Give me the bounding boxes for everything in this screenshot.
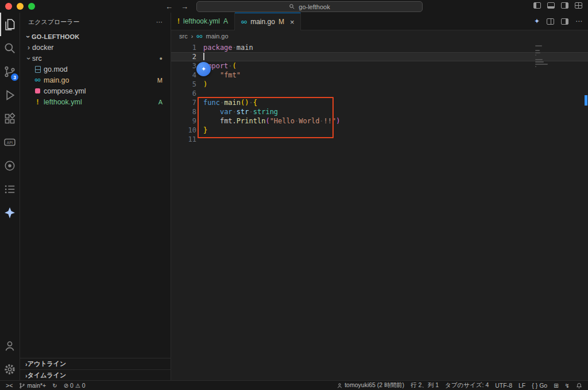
code-line[interactable]: 3import·( [171, 61, 588, 71]
compose-file-icon [34, 88, 41, 93]
tree-item-go-mod[interactable]: go.mod [20, 64, 171, 75]
braces-icon: { } [532, 382, 537, 389]
activity-bar: 3 API [0, 13, 20, 381]
code-text: func·main()·{ [196, 98, 257, 107]
code-token: fmt [220, 117, 233, 125]
code-token: . [233, 117, 237, 125]
tree-item-compose-yml[interactable]: compose.yml [20, 85, 171, 96]
api-client-icon[interactable]: API [0, 130, 20, 154]
code-token: string [253, 108, 278, 116]
close-icon[interactable]: × [290, 18, 295, 26]
layout-controls [533, 2, 582, 9]
back-icon[interactable]: ← [165, 2, 173, 11]
code-line[interactable]: 2 [171, 52, 588, 61]
breadcrumb[interactable]: src › GO main.go [171, 30, 588, 42]
tree-item-src[interactable]: › src ● [20, 53, 171, 64]
code-line[interactable]: 8 var·str·string [171, 107, 588, 116]
more-actions-icon[interactable]: ⋯ [575, 17, 582, 25]
code-token: "Hello [270, 117, 295, 125]
code-line[interactable]: 11 [171, 135, 588, 144]
code-editor[interactable]: 1package·main23import·(4 "fmt"5)67func·m… [171, 42, 588, 381]
timeline-section[interactable]: › タイムライン [20, 369, 171, 381]
explorer-icon[interactable] [0, 13, 20, 36]
code-token: !!" [324, 117, 336, 125]
toggle-secondary-sidebar-icon[interactable] [561, 2, 568, 9]
toggle-editor-layout-icon[interactable] [561, 18, 568, 25]
code-token: · [233, 108, 237, 116]
code-text [196, 135, 203, 144]
go-file-icon: GO [241, 20, 247, 24]
search-icon[interactable] [0, 36, 20, 60]
tab-lefthook-yml[interactable]: ! lefthook.yml A [171, 13, 235, 30]
line-number: 11 [171, 135, 196, 144]
zap-icon[interactable]: ↯ [565, 383, 570, 389]
code-line[interactable]: 4 "fmt" [171, 71, 588, 80]
minimize-window-button[interactable] [17, 3, 24, 10]
account-icon[interactable] [0, 334, 20, 357]
toggle-primary-sidebar-icon[interactable] [533, 2, 541, 9]
lefthook-file-icon: ! [34, 98, 41, 106]
forward-icon[interactable]: → [181, 2, 188, 11]
breadcrumb-file[interactable]: main.go [206, 33, 228, 40]
go-file-icon: GO [196, 34, 202, 38]
tree-item-docker[interactable]: › docker [20, 42, 171, 53]
code-line[interactable]: 7func·main()·{ [171, 98, 588, 107]
eol-sequence[interactable]: LF [519, 382, 525, 389]
code-line[interactable]: 1package·main [171, 43, 588, 52]
split-editor-icon[interactable] [547, 18, 554, 25]
code-line[interactable]: 5) [171, 80, 588, 89]
tab-main-go[interactable]: GO main.go M × [235, 13, 301, 30]
source-control-icon[interactable]: 3 [0, 60, 20, 83]
git-branch-item[interactable]: main*+ [19, 382, 46, 389]
status-right: tomoyuki65 (2 時間前) 行 2、列 1 タブのサイズ: 4 UTF… [336, 381, 582, 389]
code-line[interactable]: 6 [171, 89, 588, 98]
sync-icon[interactable]: ↻ [52, 383, 57, 389]
language-mode[interactable]: { } Go [532, 382, 547, 389]
status-bar: >< main*+ ↻ ⊘ 0 ⚠ 0 tomoyuki65 (2 時間前) 行… [0, 380, 588, 390]
encoding[interactable]: UTF-8 [495, 382, 512, 389]
problems-item[interactable]: ⊘ 0 ⚠ 0 [64, 382, 86, 389]
line-number: 4 [171, 71, 196, 80]
ai-assistant-sparkle-icon[interactable] [0, 201, 20, 224]
tree-item-main-go[interactable]: GO main.go M [20, 75, 171, 85]
indentation[interactable]: タブのサイズ: 4 [445, 381, 489, 389]
code-text: var·str·string [196, 107, 278, 116]
file-tree: › GO-LEFTHOOK › docker › src ● go.mod [20, 31, 171, 358]
todo-list-extension-icon[interactable] [0, 177, 20, 201]
root-folder-label: GO-LEFTHOOK [32, 33, 79, 40]
language-label: Go [539, 382, 547, 389]
minimap[interactable] [535, 44, 549, 68]
run-and-debug-icon[interactable] [0, 83, 20, 107]
line-number: 1 [171, 43, 196, 52]
assistant-badge-icon: ✦ [201, 65, 206, 73]
tree-root-go-lefthook[interactable]: › GO-LEFTHOOK [20, 31, 171, 42]
overview-ruler-modified-marker [585, 95, 587, 106]
customize-layout-icon[interactable] [575, 2, 582, 9]
ai-sparkle-icon[interactable]: ✦ [534, 17, 540, 25]
ports-grid-icon[interactable]: ⊞ [554, 383, 558, 389]
close-window-button[interactable] [5, 3, 12, 10]
error-count: 0 [70, 382, 74, 389]
fullscreen-window-button[interactable] [28, 3, 35, 10]
code-token: func [203, 99, 220, 107]
toggle-panel-icon[interactable] [547, 2, 555, 9]
extensions-icon[interactable] [0, 107, 20, 130]
command-center-search[interactable]: go-lefthook [196, 1, 423, 12]
cursor-position[interactable]: 行 2、列 1 [411, 381, 439, 389]
tab-label: main.go [250, 18, 275, 26]
go-file-icon: GO [34, 78, 41, 82]
settings-gear-icon[interactable] [0, 357, 20, 381]
assistant-badge[interactable]: ✦ [196, 62, 211, 76]
tree-item-lefthook-yml[interactable]: ! lefthook.yml A [20, 96, 171, 107]
breadcrumb-folder[interactable]: src [179, 33, 188, 40]
outline-section[interactable]: › アウトライン [20, 358, 171, 369]
window-controls [5, 3, 35, 10]
remote-indicator-icon[interactable]: >< [6, 382, 13, 389]
commit-info-item[interactable]: tomoyuki65 (2 時間前) [336, 381, 404, 389]
code-line[interactable]: 9 fmt.Println("Hello·World·!!") [171, 116, 588, 126]
circle-extension-icon[interactable] [0, 154, 20, 177]
error-icon: ⊘ [64, 383, 68, 389]
code-line[interactable]: 10} [171, 126, 588, 135]
notifications-bell-icon[interactable] [576, 383, 582, 389]
more-actions-icon[interactable]: ⋯ [156, 18, 163, 26]
